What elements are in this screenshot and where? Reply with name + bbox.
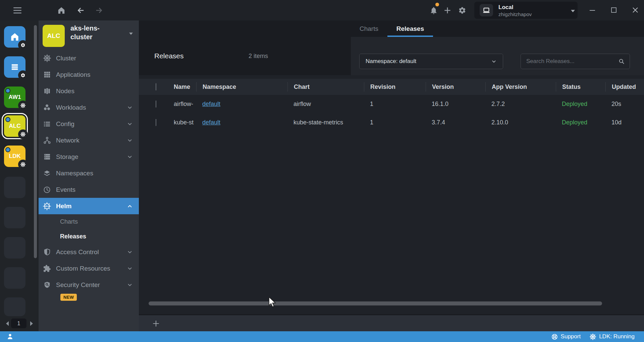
sidebar-item-storage[interactable]: Storage	[39, 149, 139, 165]
caret-down-icon	[128, 32, 133, 36]
gear-icon	[18, 40, 28, 50]
back-arrow-icon[interactable]	[76, 6, 85, 15]
sidebar-item-workloads[interactable]: Workloads	[39, 99, 139, 116]
window-maximize-button[interactable]	[610, 7, 617, 13]
home-icon[interactable]	[57, 6, 66, 15]
sidebar-item-nodes[interactable]: Nodes	[39, 83, 139, 99]
sidebar-item-helm-charts[interactable]: Charts	[39, 214, 139, 229]
namespace-link[interactable]: default	[202, 119, 220, 126]
forward-arrow-icon[interactable]	[95, 6, 104, 15]
cluster-tile-label: ALC	[9, 123, 21, 129]
window-minimize-button[interactable]	[589, 7, 596, 13]
hotbar-catalog-tile[interactable]	[4, 56, 25, 78]
namespace-link[interactable]: default	[202, 101, 220, 107]
sidebar-item-events[interactable]: Events	[39, 181, 139, 198]
sidebar-item-network[interactable]: Network	[39, 132, 139, 149]
release-name: airflow-	[168, 101, 196, 108]
column-updated[interactable]: Updated	[605, 82, 644, 92]
status-bar: Support LDK: Running	[0, 331, 644, 342]
list-icon	[43, 120, 51, 128]
topbar: Local zhigzhitzhapov	[0, 0, 644, 20]
horizontal-scrollbar-thumb[interactable]	[149, 301, 602, 305]
release-updated: 20s	[605, 101, 644, 108]
sidebar-item-helm[interactable]: HELM Helm	[39, 198, 139, 214]
hotbar-empty-slot	[4, 177, 25, 198]
search-releases-input[interactable]	[526, 58, 618, 65]
rail-scrollbar-thumb[interactable]	[34, 25, 37, 258]
select-all-checkbox-cell	[139, 82, 168, 92]
hotbar-cluster-aw1[interactable]: AW1	[4, 87, 25, 108]
sidebar-item-custom-resources[interactable]: Custom Resources	[39, 260, 139, 277]
sidebar-item-security-center[interactable]: Security Center	[39, 277, 139, 293]
sidebar-item-access-control[interactable]: Access Control	[39, 244, 139, 260]
table-header: Name Namespace Chart Revision Version Ap…	[139, 79, 644, 95]
cluster-status-indicator[interactable]: LDK: Running	[589, 333, 635, 340]
add-cluster-icon[interactable]	[443, 6, 452, 15]
cluster-selector[interactable]: ALC aks-lens-cluster	[39, 20, 139, 53]
release-revision: 1	[364, 101, 426, 108]
column-status[interactable]: Status	[556, 82, 605, 92]
releases-filters: Namespace: default	[351, 37, 644, 75]
cubes-icon	[43, 104, 51, 112]
gear-icon	[18, 70, 28, 80]
hotbar-cluster-alc[interactable]: ALC	[4, 115, 25, 137]
window-close-button[interactable]	[632, 7, 639, 13]
select-all-checkbox[interactable]	[156, 83, 156, 91]
release-chart: airflow	[287, 101, 364, 108]
page-title: Releases	[154, 52, 184, 60]
table-row[interactable]: airflow- default airflow 1 16.1.0 2.7.2 …	[139, 95, 644, 113]
support-button[interactable]: Support	[551, 333, 581, 340]
search-releases-box	[521, 54, 630, 69]
release-status: Deployed	[556, 101, 605, 108]
sidebar-item-cluster[interactable]: Cluster	[39, 50, 139, 66]
items-count: 2 items	[249, 53, 268, 60]
search-icon[interactable]	[618, 58, 625, 65]
hotbar-home-tile[interactable]	[4, 26, 25, 48]
kubernetes-wheel-icon	[43, 54, 51, 62]
column-version[interactable]: Version	[426, 82, 485, 92]
column-app-version[interactable]: App Version	[485, 82, 556, 92]
cluster-switcher-subtitle: zhigzhitzhapov	[498, 11, 532, 17]
namespace-filter-select[interactable]: Namespace: default	[359, 54, 503, 69]
user-icon[interactable]	[6, 333, 14, 341]
release-updated: 10d	[605, 119, 644, 126]
hotbar-rail: AW1 ALC LDK 1	[0, 20, 39, 331]
menu-hamburger-icon[interactable]	[13, 7, 21, 14]
release-name: kube-st	[168, 119, 196, 126]
cluster-name: aks-lens-cluster	[70, 24, 109, 41]
kubernetes-wheel-icon	[18, 101, 28, 110]
sidebar-item-namespaces[interactable]: Namespaces	[39, 165, 139, 181]
notifications-bell-icon[interactable]	[430, 6, 438, 15]
column-revision[interactable]: Revision	[364, 82, 426, 92]
row-checkbox[interactable]	[156, 119, 156, 126]
layers-icon	[43, 169, 51, 177]
new-badge: NEW	[60, 294, 77, 301]
tab-charts[interactable]: Charts	[351, 20, 387, 37]
lifebuoy-icon	[551, 333, 558, 340]
row-checkbox[interactable]	[156, 101, 156, 108]
sidebar-item-helm-releases[interactable]: Releases	[39, 229, 139, 244]
clock-icon	[43, 186, 51, 194]
settings-gear-icon[interactable]	[458, 6, 466, 14]
status-dot	[5, 117, 10, 122]
cluster-switcher[interactable]: Local zhigzhitzhapov	[474, 2, 578, 19]
main-content: Charts Releases Releases 2 items Namespa…	[139, 20, 644, 331]
chevron-down-icon	[127, 266, 133, 272]
column-name[interactable]: Name	[168, 82, 196, 92]
status-dot	[5, 147, 10, 152]
grid-icon	[43, 71, 51, 78]
column-namespace[interactable]: Namespace	[196, 82, 287, 92]
page-next-icon[interactable]	[30, 321, 34, 326]
table-row[interactable]: kube-st default kube-state-metrics 1 3.7…	[139, 113, 644, 132]
add-tab-plus-icon[interactable]	[152, 319, 160, 328]
release-status: Deployed	[556, 119, 605, 126]
sidebar-item-config[interactable]: Config	[39, 116, 139, 132]
sidebar-item-applications[interactable]: Applications	[39, 66, 139, 83]
page-prev-icon[interactable]	[5, 321, 9, 326]
chevron-down-icon	[491, 59, 497, 64]
release-app-version: 2.10.0	[485, 119, 556, 126]
hotbar-cluster-ldk[interactable]: LDK	[4, 146, 25, 167]
laptop-icon	[480, 4, 493, 16]
column-chart[interactable]: Chart	[287, 82, 364, 92]
tab-releases[interactable]: Releases	[387, 20, 433, 37]
